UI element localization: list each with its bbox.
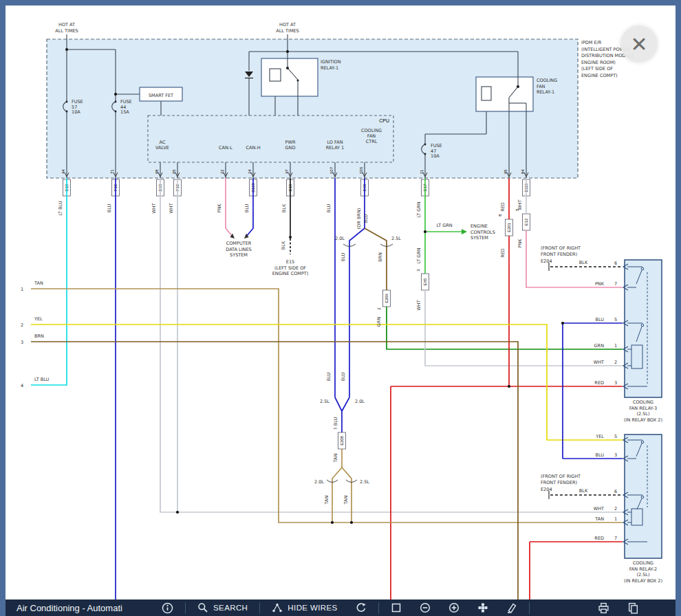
relay2-caption-line: COOLING [633, 560, 653, 566]
computer-data-note: COMPUTER [226, 241, 252, 246]
wire-label: BLU [595, 317, 604, 322]
search-label: SEARCH [213, 604, 248, 612]
wire-label: TAN [343, 495, 349, 505]
wire-label: WHT [594, 360, 604, 365]
wire-label: BLK [579, 488, 588, 494]
zoom-out-button[interactable] [411, 600, 440, 616]
fender-note: (FRONT OF RIGHT [541, 245, 581, 251]
fan-relay-1-label: FAN [537, 84, 545, 89]
fit-page-button[interactable] [382, 600, 411, 616]
wire-label: BLK [281, 241, 286, 250]
pin-number: 3 [614, 380, 617, 386]
line-number: 2 [21, 322, 23, 328]
pin-number: 7 [614, 536, 617, 541]
wire-label: PNK [517, 239, 523, 248]
engine-controls-note: ENGINE [471, 223, 488, 229]
wire-label: LT GRN [416, 248, 422, 263]
wire-label: TAN [594, 516, 604, 522]
print-button[interactable] [589, 600, 618, 616]
rotate-button[interactable] [347, 600, 376, 616]
fuse-44-label: 15A [120, 109, 129, 115]
wire-label: TAN [324, 495, 329, 505]
wire-label: LT GRN [436, 223, 452, 228]
fuse-47-label: 10A [431, 153, 440, 159]
pin-number: 84 [521, 169, 525, 174]
copy-button[interactable] [618, 600, 648, 616]
pin-number: 6 [614, 261, 617, 266]
hot-label: HOT AT [58, 22, 75, 28]
pin-number: 95 [504, 169, 508, 174]
diagram-canvas[interactable]: SMART FET IGNITION RELAY-1 COOLING FAN R… [0, 0, 681, 600]
wire-label: BLU [333, 417, 338, 426]
cooling-fan-relay-1-box [476, 77, 533, 111]
wire-label: TAN [333, 453, 338, 463]
ground-e15-note: (LEFT SIDE OF [274, 265, 306, 271]
pin-number: 11 [420, 169, 424, 174]
fender-note: FRONT FENDER) [541, 252, 577, 257]
wire-label: LT BLU [34, 377, 50, 382]
pin-number: 7 [614, 281, 617, 287]
computer-data-note: SYSTEM [230, 252, 248, 258]
wire-label: WHT [151, 203, 157, 213]
pin-number: 5 [614, 434, 617, 439]
computer-data-note: DATA LINES [226, 247, 251, 252]
wire-label: BRN [378, 252, 383, 262]
zoom-in-icon [448, 602, 460, 613]
bottom-toolbar: Air Conditioning - Automati SEARCH HIDE … [6, 600, 675, 616]
close-button[interactable]: ✕ [620, 25, 658, 63]
engine-size: 2.5L [320, 399, 329, 404]
ipdm-caption-line: ENGINE COMPT) [581, 73, 618, 78]
cpu-port-can-h: CAN-H [246, 145, 260, 151]
search-button[interactable]: SEARCH [188, 600, 257, 616]
fan-relay-1-label: RELAY-1 [537, 89, 554, 95]
ipdm-caption-line: (LEFT SIDE OF [581, 66, 613, 72]
ground-e15-note: ENGINE COMPT) [272, 271, 309, 276]
pin-number: 2 [614, 360, 617, 365]
highlighter-button[interactable] [497, 600, 526, 616]
engine-controls-note: SYSTEM [471, 235, 488, 241]
search-icon [197, 602, 208, 613]
smart-fet-box: SMART FET [140, 87, 182, 101]
cooling-fan-relay-3-box [623, 260, 662, 397]
hide-wires-button[interactable]: HIDE WIRES [263, 600, 346, 616]
engine-size: 2.0L [314, 479, 324, 485]
zoom-in-button[interactable] [440, 600, 468, 616]
hide-wires-icon [272, 602, 283, 613]
pin-number: 1 [614, 343, 617, 349]
wire-label: BLU [340, 253, 346, 262]
wire-label: WHT [416, 300, 422, 310]
line-number: 1 [21, 287, 23, 292]
pin-number: 107 [329, 166, 334, 174]
pin-number: 65 [172, 169, 176, 174]
cpu-port-can-l: CAN-L [219, 145, 233, 151]
cpu-label: CPU [379, 118, 389, 123]
wire-label: BLK [281, 204, 287, 212]
pin-number: 71 [110, 169, 114, 174]
cpu-port-ac-valve: AC [160, 140, 166, 145]
info-button[interactable] [153, 600, 182, 616]
hot-label: ALL TIMES [55, 28, 78, 34]
pin-number: 22 [220, 169, 224, 174]
fender-note: (FRONT OF RIGHT [541, 474, 581, 479]
diagram-title: Air Conditioning - Automati [17, 603, 153, 613]
close-icon: ✕ [630, 32, 647, 56]
pin-number: 3 [614, 452, 617, 458]
wire-label: WHT [169, 203, 174, 213]
relay3-caption-line: (2.5L) [636, 411, 649, 417]
wire-label: GRN [376, 317, 382, 327]
connector-tag: E204 [541, 258, 552, 264]
wire-label: GRN [594, 343, 605, 349]
hot-label: HOT AT [279, 22, 296, 28]
wire-label: BRN [34, 333, 44, 339]
line-number: 3 [21, 340, 23, 345]
relay3-caption-line: COOLING [633, 399, 653, 405]
highlighter-icon [506, 602, 517, 613]
cpu-port-fan-ctrl: COOLING [361, 128, 382, 133]
fuse-57-label: 10A [72, 109, 80, 115]
connector-tag: E65 [423, 278, 427, 285]
grid-button[interactable] [468, 600, 497, 616]
engine-size: 2.5L [391, 236, 401, 241]
printer-icon [598, 602, 609, 614]
toolbar-divider [185, 602, 186, 614]
square-icon [391, 602, 402, 613]
